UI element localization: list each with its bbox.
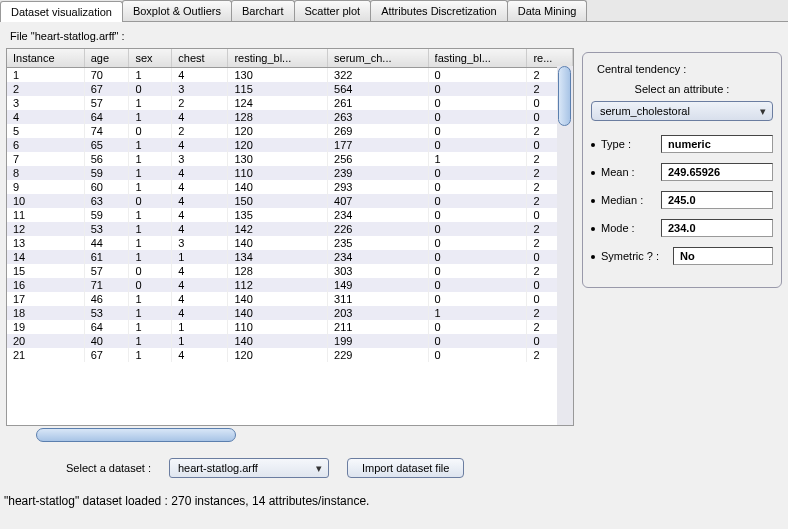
- table-cell: 140: [228, 236, 328, 250]
- table-cell: 130: [228, 68, 328, 83]
- table-cell: 564: [328, 82, 429, 96]
- table-cell: 269: [328, 124, 429, 138]
- table-cell: 4: [172, 306, 228, 320]
- table-cell: 8: [7, 166, 84, 180]
- table-cell: 4: [172, 166, 228, 180]
- table-row[interactable]: 15570412830302: [7, 264, 573, 278]
- table-row[interactable]: 3571212426100: [7, 96, 573, 110]
- table-cell: 7: [7, 152, 84, 166]
- table-cell: 2: [172, 124, 228, 138]
- table-cell: 1: [129, 348, 172, 362]
- tab-dataset-visualization[interactable]: Dataset visualization: [0, 1, 123, 22]
- table-row[interactable]: 21671412022902: [7, 348, 573, 362]
- tab-boxplot-outliers[interactable]: Boxplot & Outliers: [122, 0, 232, 21]
- table-cell: 53: [84, 222, 129, 236]
- table-cell: 4: [172, 208, 228, 222]
- table-cell: 140: [228, 334, 328, 348]
- column-header[interactable]: serum_ch...: [328, 49, 429, 68]
- select-dataset-label: Select a dataset :: [66, 462, 151, 474]
- tab-barchart[interactable]: Barchart: [231, 0, 295, 21]
- table-cell: 1: [129, 166, 172, 180]
- table-cell: 0: [428, 138, 527, 152]
- dataset-select[interactable]: heart-statlog.arff: [169, 458, 329, 478]
- table-cell: 67: [84, 82, 129, 96]
- table-row[interactable]: 2670311556402: [7, 82, 573, 96]
- table-row[interactable]: 20401114019900: [7, 334, 573, 348]
- table-row[interactable]: 17461414031100: [7, 292, 573, 306]
- column-header[interactable]: Instance: [7, 49, 84, 68]
- table-cell: 6: [7, 138, 84, 152]
- table-cell: 0: [129, 264, 172, 278]
- table-row[interactable]: 9601414029302: [7, 180, 573, 194]
- mean-value: 249.65926: [661, 163, 773, 181]
- import-dataset-button[interactable]: Import dataset file: [347, 458, 464, 478]
- table-cell: 19: [7, 320, 84, 334]
- table-cell: 16: [7, 278, 84, 292]
- table-cell: 3: [7, 96, 84, 110]
- table-cell: 142: [228, 222, 328, 236]
- median-value: 245.0: [661, 191, 773, 209]
- table-row[interactable]: 12531414222602: [7, 222, 573, 236]
- table-cell: 4: [172, 278, 228, 292]
- table-cell: 1: [129, 110, 172, 124]
- table-row[interactable]: 10630415040702: [7, 194, 573, 208]
- table-cell: 203: [328, 306, 429, 320]
- tab-attributes-discretization[interactable]: Attributes Discretization: [370, 0, 508, 21]
- table-cell: 0: [428, 96, 527, 110]
- table-cell: 10: [7, 194, 84, 208]
- panel-title: Central tendency :: [591, 63, 773, 75]
- table-cell: 1: [129, 334, 172, 348]
- vertical-scrollbar[interactable]: [557, 66, 573, 425]
- table-cell: 4: [172, 68, 228, 83]
- table-cell: 1: [129, 152, 172, 166]
- column-header[interactable]: age: [84, 49, 129, 68]
- table-cell: 303: [328, 264, 429, 278]
- table-cell: 311: [328, 292, 429, 306]
- table-row[interactable]: 1701413032202: [7, 68, 573, 83]
- column-header[interactable]: chest: [172, 49, 228, 68]
- table-row[interactable]: 18531414020312: [7, 306, 573, 320]
- tab-data-mining[interactable]: Data Mining: [507, 0, 588, 21]
- table-cell: 63: [84, 194, 129, 208]
- table-cell: 59: [84, 208, 129, 222]
- table-cell: 20: [7, 334, 84, 348]
- table-row[interactable]: 11591413523400: [7, 208, 573, 222]
- table-row[interactable]: 8591411023902: [7, 166, 573, 180]
- table-row[interactable]: 19641111021102: [7, 320, 573, 334]
- table-cell: 234: [328, 250, 429, 264]
- table-cell: 120: [228, 124, 328, 138]
- table-cell: 0: [129, 194, 172, 208]
- table-row[interactable]: 7561313025612: [7, 152, 573, 166]
- file-label: File "heart-statlog.arff" :: [10, 30, 574, 42]
- table-cell: 2: [7, 82, 84, 96]
- table-cell: 112: [228, 278, 328, 292]
- table-cell: 128: [228, 110, 328, 124]
- table-cell: 234: [328, 208, 429, 222]
- median-label: Median :: [601, 194, 643, 206]
- table-cell: 56: [84, 152, 129, 166]
- table-row[interactable]: 13441314023502: [7, 236, 573, 250]
- column-header[interactable]: fasting_bl...: [428, 49, 527, 68]
- table-cell: 0: [428, 292, 527, 306]
- table-row[interactable]: 16710411214900: [7, 278, 573, 292]
- table-row[interactable]: 6651412017700: [7, 138, 573, 152]
- table-cell: 3: [172, 82, 228, 96]
- column-header[interactable]: resting_bl...: [228, 49, 328, 68]
- horizontal-scrollbar[interactable]: [14, 428, 566, 444]
- table-cell: 0: [129, 82, 172, 96]
- table-cell: 177: [328, 138, 429, 152]
- symmetric-label: Symetric ? :: [601, 250, 659, 262]
- column-header[interactable]: sex: [129, 49, 172, 68]
- table-cell: 110: [228, 166, 328, 180]
- table-row[interactable]: 4641412826300: [7, 110, 573, 124]
- column-header[interactable]: re...: [527, 49, 573, 68]
- tab-scatter-plot[interactable]: Scatter plot: [294, 0, 372, 21]
- table-cell: 1: [172, 250, 228, 264]
- attribute-select[interactable]: serum_cholestoral: [591, 101, 773, 121]
- table-cell: 40: [84, 334, 129, 348]
- table-row[interactable]: 14611113423400: [7, 250, 573, 264]
- table-row[interactable]: 5740212026902: [7, 124, 573, 138]
- table-cell: 0: [428, 334, 527, 348]
- table-cell: 11: [7, 208, 84, 222]
- table-cell: 0: [428, 222, 527, 236]
